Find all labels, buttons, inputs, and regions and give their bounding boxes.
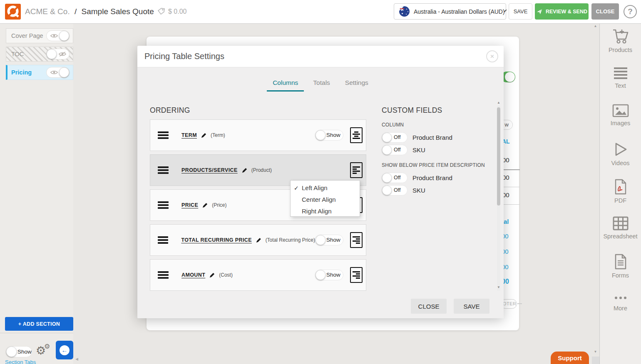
toggle-label: Show bbox=[17, 347, 32, 357]
company-name: ACME & Co. bbox=[25, 7, 70, 16]
arrow-left-icon: ← bbox=[60, 345, 70, 355]
toggle-label: Show bbox=[326, 130, 340, 140]
menu-item-center-align[interactable]: Center Align bbox=[291, 194, 360, 206]
drag-handle-icon[interactable] bbox=[158, 271, 169, 279]
align-button[interactable] bbox=[350, 232, 363, 248]
toolbar-item-text[interactable]: Text bbox=[600, 67, 641, 89]
drag-handle-icon[interactable] bbox=[158, 201, 169, 209]
toggle-label: Show bbox=[326, 235, 340, 245]
visibility-toggle[interactable] bbox=[46, 30, 70, 41]
edit-pencil-icon[interactable] bbox=[209, 272, 215, 278]
modal-scroll-up-arrow-icon[interactable]: ▲ bbox=[496, 101, 502, 104]
settings-gears-icon[interactable]: ⚙⚙ bbox=[36, 343, 52, 358]
currency-selector[interactable]: Australia - Australian Dollars (AUD) bbox=[394, 3, 506, 20]
top-bar: ACME & Co. / Sample Sales Quote $ 0.00 A… bbox=[0, 0, 641, 24]
column-label: PRICE bbox=[181, 202, 198, 208]
add-section-button[interactable]: + ADD SECTION bbox=[5, 317, 73, 331]
save-button[interactable]: SAVE bbox=[509, 3, 532, 20]
toolbar-label: More bbox=[600, 305, 641, 312]
toggle-knob bbox=[316, 235, 325, 245]
section-label: Pricing bbox=[11, 69, 32, 76]
off-toggle[interactable]: Off bbox=[382, 173, 407, 183]
toolbar-item-more[interactable]: More bbox=[600, 293, 641, 312]
off-toggle[interactable]: Off bbox=[382, 185, 407, 196]
tab-columns[interactable]: Columns bbox=[267, 77, 304, 92]
scroll-left-arrow-icon[interactable]: ◀ bbox=[75, 357, 78, 361]
toggle-knob bbox=[382, 145, 392, 155]
custom-fields-panel: CUSTOM FIELDS COLUMN Off Product Brand O… bbox=[382, 106, 494, 198]
visibility-toggle[interactable] bbox=[46, 49, 70, 59]
modal-save-button[interactable]: SAVE bbox=[454, 299, 489, 314]
modal-scroll-down-arrow-icon[interactable]: ▼ bbox=[496, 285, 502, 289]
custom-fields-group-heading: COLUMN bbox=[382, 122, 494, 128]
section-label: TOC bbox=[11, 51, 24, 57]
toolbar-item-images[interactable]: Images bbox=[600, 104, 641, 126]
q-logo-icon bbox=[5, 4, 21, 20]
toolbar-label: Videos bbox=[600, 160, 641, 166]
toolbar-item-products[interactable]: Products bbox=[600, 28, 641, 53]
drag-handle-icon[interactable] bbox=[158, 166, 169, 174]
app-logo[interactable] bbox=[5, 4, 21, 20]
modal-tabs: Columns Totals Settings bbox=[137, 77, 504, 92]
custom-field-label: Product Brand bbox=[412, 174, 452, 181]
sidebar-item-cover-page[interactable]: Cover Page bbox=[6, 28, 73, 43]
edit-pencil-icon[interactable] bbox=[202, 202, 208, 208]
edit-pencil-icon[interactable] bbox=[241, 167, 248, 173]
ellipsis-icon bbox=[600, 293, 641, 302]
toggle-state: Off bbox=[394, 133, 400, 142]
align-left-icon bbox=[353, 166, 360, 174]
help-icon[interactable]: ? bbox=[624, 5, 637, 18]
modal-title: Pricing Table Settings bbox=[144, 46, 224, 67]
section-label: Cover Page bbox=[11, 32, 43, 39]
visibility-toggle[interactable] bbox=[46, 67, 70, 78]
menu-item-label: Right Align bbox=[302, 208, 332, 215]
breadcrumb: ACME & Co. / Sample Sales Quote bbox=[25, 0, 154, 23]
show-toggle[interactable]: Show bbox=[315, 235, 343, 245]
section-tabs-show-toggle[interactable]: Show bbox=[6, 346, 32, 357]
ordering-row-amount: AMOUNT (Cost) Show bbox=[150, 259, 366, 291]
show-toggle[interactable]: Show bbox=[315, 270, 343, 280]
toolbar-item-forms[interactable]: Forms bbox=[600, 254, 641, 279]
toolbar-item-pdf[interactable]: PDF bbox=[600, 179, 641, 204]
align-button[interactable] bbox=[350, 267, 363, 283]
section-tabs-label[interactable]: Section Tabs bbox=[5, 359, 36, 364]
custom-field-label: SKU bbox=[412, 187, 425, 194]
column-label: TERM bbox=[181, 132, 197, 138]
edit-pencil-icon[interactable] bbox=[256, 237, 262, 243]
toggle-knob bbox=[382, 133, 392, 142]
align-button[interactable] bbox=[350, 127, 363, 143]
menu-item-right-align[interactable]: Right Align bbox=[291, 206, 360, 217]
sidebar-item-toc[interactable]: TOC bbox=[6, 47, 73, 62]
toolbar-item-videos[interactable]: Videos bbox=[600, 141, 641, 166]
drag-handle-icon[interactable] bbox=[158, 131, 169, 139]
modal-close-icon[interactable]: × bbox=[486, 50, 498, 62]
modal-header: Pricing Table Settings × bbox=[137, 46, 504, 67]
ordering-row-total-recurring-price: TOTAL RECURRING PRICE (Total Recurring P… bbox=[150, 224, 366, 256]
close-quote-button[interactable]: CLOSE bbox=[591, 3, 619, 20]
collapse-sidebar-button[interactable]: ← bbox=[56, 341, 73, 359]
drag-handle-icon[interactable] bbox=[158, 236, 168, 244]
scroll-down-arrow-icon[interactable]: ▼ bbox=[591, 350, 599, 354]
sidebar-item-pricing[interactable]: Pricing bbox=[6, 65, 73, 80]
document-title[interactable]: Sample Sales Quote bbox=[82, 7, 154, 16]
divider bbox=[0, 333, 73, 333]
align-button[interactable] bbox=[350, 162, 363, 178]
off-toggle[interactable]: Off bbox=[382, 145, 407, 155]
tab-settings[interactable]: Settings bbox=[339, 77, 374, 92]
toolbar-item-spreadsheet[interactable]: Spreadsheet bbox=[600, 216, 641, 240]
review-send-button[interactable]: REVIEW & SEND bbox=[535, 3, 589, 20]
review-send-label: REVIEW & SEND bbox=[546, 9, 587, 15]
modal-scrollbar-thumb[interactable] bbox=[497, 107, 500, 206]
column-hint: (Product) bbox=[251, 167, 272, 173]
show-toggle[interactable]: Show bbox=[315, 130, 343, 141]
scroll-up-arrow-icon[interactable]: ▲ bbox=[591, 24, 599, 28]
edit-pencil-icon[interactable] bbox=[201, 132, 207, 139]
menu-item-left-align[interactable]: ✓ Left Align bbox=[291, 182, 360, 194]
off-toggle[interactable]: Off bbox=[382, 132, 407, 143]
column-label: AMOUNT bbox=[181, 272, 205, 278]
tab-totals[interactable]: Totals bbox=[307, 77, 336, 92]
support-button[interactable]: Support bbox=[551, 352, 589, 364]
quote-value-text: $ 0.00 bbox=[168, 8, 186, 15]
modal-close-button[interactable]: CLOSE bbox=[411, 299, 447, 314]
app: w AL 00 00 00 tal 00 00 00 00 OTER ▲ ▼ ◀… bbox=[0, 0, 641, 364]
